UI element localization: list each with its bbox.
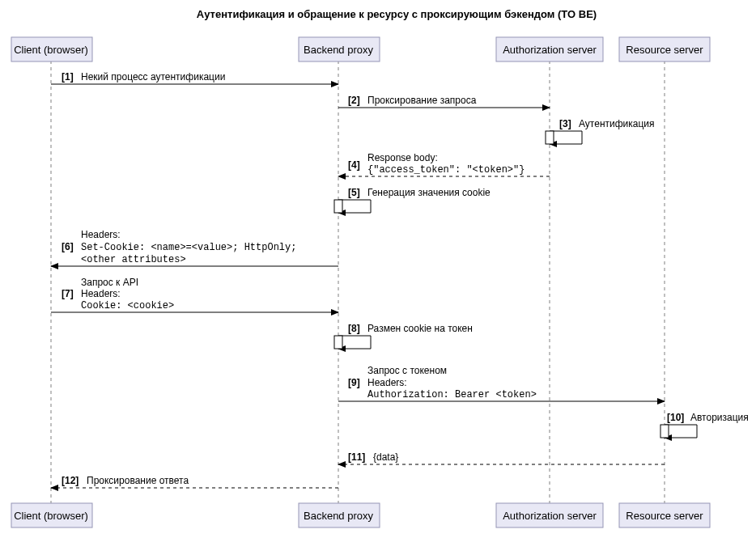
svg-text:[4]: [4] <box>348 159 360 171</box>
svg-text:[6]: [6] <box>62 241 74 252</box>
svg-rect-25 <box>546 131 554 144</box>
svg-text:[9]: [9] <box>348 377 360 388</box>
message-2: [2] Проксирование запроса <box>338 95 550 108</box>
svg-text:Cookie: <cookie>: Cookie: <cookie> <box>81 300 174 311</box>
message-5: [5] Генерация значения cookie <box>334 187 491 213</box>
svg-text:Аутентификация: Аутентификация <box>579 118 655 129</box>
svg-text:Authorization: Bearer <token>: Authorization: Bearer <token> <box>367 389 537 400</box>
participant-backend-bottom: Backend proxy <box>299 503 380 527</box>
svg-text:Set-Cookie: <name>=<value>; Ht: Set-Cookie: <name>=<value>; HttpOnly; <box>81 242 296 253</box>
svg-text:[12]: [12] <box>62 475 79 486</box>
svg-text:Запрос с токеном: Запрос с токеном <box>367 365 447 376</box>
svg-text:Авторизация: Авторизация <box>690 412 749 423</box>
svg-text:Backend proxy: Backend proxy <box>304 44 373 56</box>
participant-client-top: Client (browser) <box>11 37 92 61</box>
svg-rect-53 <box>660 425 669 438</box>
message-3: [3] Аутентификация <box>546 118 655 144</box>
participant-resource-bottom: Resource server <box>619 503 710 527</box>
svg-text:[2]: [2] <box>348 95 360 106</box>
svg-text:Client (browser): Client (browser) <box>14 44 88 56</box>
sequence-diagram: Аутентификация и обращение к ресурсу с п… <box>0 0 756 538</box>
svg-text:Response body:: Response body: <box>367 152 438 163</box>
participant-resource-top: Resource server <box>619 37 710 61</box>
svg-text:Resource server: Resource server <box>626 510 703 522</box>
svg-text:[5]: [5] <box>348 187 360 198</box>
svg-text:Некий процесс аутентификации: Некий процесс аутентификации <box>81 71 225 83</box>
svg-text:Headers:: Headers: <box>81 288 121 299</box>
message-10: [10] Авторизация <box>660 412 749 438</box>
svg-text:[8]: [8] <box>348 323 360 334</box>
participant-backend-top: Backend proxy <box>299 37 380 61</box>
svg-text:Размен cookie на токен: Размен cookie на токен <box>367 323 473 334</box>
svg-text:[11]: [11] <box>348 451 365 463</box>
svg-text:{data}: {data} <box>373 451 398 463</box>
message-4: [4] Response body: {"access_token": "<to… <box>338 152 550 176</box>
svg-text:[3]: [3] <box>559 118 571 129</box>
svg-rect-45 <box>334 336 342 349</box>
message-12: [12] Проксирование ответа <box>51 475 338 488</box>
svg-text:Backend proxy: Backend proxy <box>304 510 373 522</box>
svg-text:Headers:: Headers: <box>367 377 407 388</box>
participant-client-bottom: Client (browser) <box>11 503 92 527</box>
message-7: [7] Запрос к API Headers: Cookie: <cooki… <box>51 277 338 312</box>
svg-text:Authorization server: Authorization server <box>503 510 597 522</box>
svg-text:[10]: [10] <box>667 412 684 423</box>
svg-text:Client (browser): Client (browser) <box>14 510 88 522</box>
message-6: [6] Headers: Set-Cookie: <name>=<value>;… <box>51 229 338 266</box>
message-8: [8] Размен cookie на токен <box>334 323 473 349</box>
svg-text:Проксирование ответа: Проксирование ответа <box>87 475 189 486</box>
svg-rect-32 <box>334 200 342 213</box>
svg-text:[1]: [1] <box>62 71 74 83</box>
svg-text:<other attributes>: <other attributes> <box>81 254 186 265</box>
svg-text:Resource server: Resource server <box>626 44 703 56</box>
svg-text:[7]: [7] <box>62 288 74 299</box>
participant-auth-bottom: Authorization server <box>496 503 603 527</box>
svg-text:Headers:: Headers: <box>81 229 121 240</box>
svg-text:Authorization server: Authorization server <box>503 44 597 56</box>
message-9: [9] Запрос с токеном Headers: Authorizat… <box>338 365 665 401</box>
svg-text:{"access_token": "<token>"}: {"access_token": "<token>"} <box>367 164 525 176</box>
diagram-title: Аутентификация и обращение к ресурсу с п… <box>197 8 597 20</box>
svg-text:Проксирование запроса: Проксирование запроса <box>367 95 477 106</box>
svg-text:Запрос к API: Запрос к API <box>81 277 138 288</box>
participant-auth-top: Authorization server <box>496 37 603 61</box>
svg-text:Генерация значения cookie: Генерация значения cookie <box>367 187 491 198</box>
message-1: [1] Некий процесс аутентификации <box>51 71 338 84</box>
message-11: [11] {data} <box>338 451 665 464</box>
